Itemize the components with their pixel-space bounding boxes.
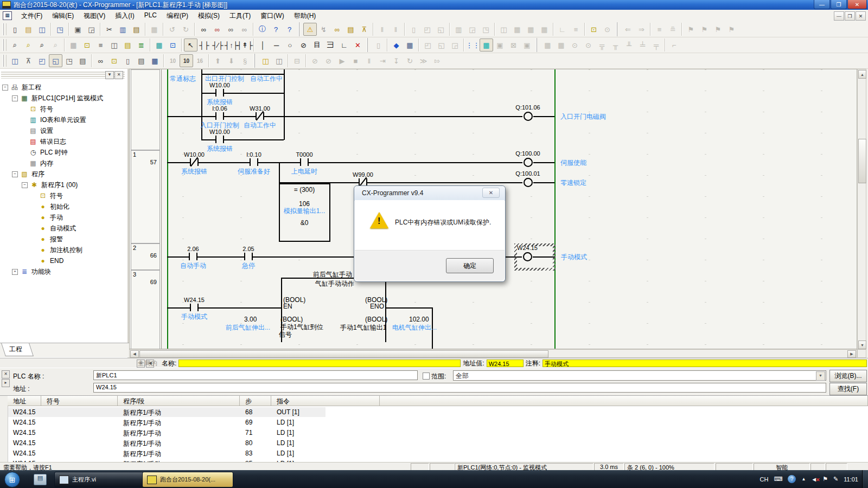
- coil-W24.15[interactable]: [522, 251, 533, 262]
- compile-plc-icon[interactable]: ↯: [317, 23, 330, 36]
- scroll-up-icon[interactable]: ▲: [858, 70, 866, 79]
- ladder-vscrollbar[interactable]: ▲ ▼: [857, 69, 866, 349]
- coil-Q:101.06[interactable]: [522, 111, 533, 121]
- ladder-hscrollbar[interactable]: ◀ ▶: [129, 349, 857, 358]
- download-icon[interactable]: ◆: [390, 38, 403, 52]
- menu-5[interactable]: PLC: [139, 10, 162, 22]
- table-cell[interactable]: LD [1]: [271, 448, 380, 459]
- tree-item-新程序1 (00)[interactable]: −✱新程序1 (00): [2, 179, 127, 190]
- tree-item-错误日志[interactable]: ▤错误日志: [2, 136, 127, 147]
- contact-2.05[interactable]: [244, 252, 253, 261]
- project-tab[interactable]: 工程: [1, 343, 34, 356]
- fb-parameter-icon[interactable]: ∟: [337, 38, 351, 52]
- menu-6[interactable]: 编程(P): [162, 10, 193, 22]
- explorer-taskbar-icon[interactable]: ▤: [34, 474, 47, 485]
- tree-item-新工程[interactable]: −品新工程: [2, 82, 127, 93]
- help-icon[interactable]: ?: [269, 23, 283, 36]
- compile-program-icon[interactable]: ⚠: [303, 23, 317, 36]
- table-cell[interactable]: LD [1]: [271, 418, 380, 428]
- collapse-icon[interactable]: −: [22, 182, 28, 188]
- instruction-box-icon[interactable]: 目: [310, 38, 324, 52]
- open-file-icon[interactable]: ▤: [22, 23, 35, 36]
- finder-close-icon[interactable]: ✕: [2, 370, 10, 378]
- clock[interactable]: 11:01: [844, 476, 858, 483]
- toolbar-grip[interactable]: [3, 39, 7, 51]
- tree-item-符号[interactable]: ⊡符号: [2, 190, 127, 201]
- window-hammer-icon[interactable]: ⊼: [22, 54, 35, 67]
- copy-icon[interactable]: ▥: [116, 23, 130, 36]
- tree-item-IO表和单元设置[interactable]: ▥IO表和单元设置: [2, 114, 127, 125]
- tree-item-内存[interactable]: ▦内存: [2, 158, 127, 169]
- contact-W24.15[interactable]: [190, 303, 199, 312]
- plc-name-input[interactable]: 新PLC1: [93, 370, 418, 380]
- paste-icon[interactable]: ▤: [130, 23, 143, 36]
- contact-W10.00[interactable]: [215, 135, 224, 144]
- calendar-icon[interactable]: ▦: [403, 38, 417, 52]
- table-cell[interactable]: 71: [240, 428, 271, 438]
- save-icon[interactable]: ◫: [35, 23, 49, 36]
- tree-item-符号[interactable]: ⊡符号: [2, 104, 127, 114]
- minimize-button[interactable]: —: [814, 0, 830, 9]
- monitor-doc-icon[interactable]: ▯: [121, 54, 135, 67]
- contact-no-icon[interactable]: ┤├: [197, 38, 211, 52]
- table-cell[interactable]: W24.15: [8, 448, 41, 459]
- menu-1[interactable]: 文件(F): [16, 10, 47, 22]
- tree-item-报警[interactable]: ●报警: [2, 234, 127, 245]
- table-cell[interactable]: W24.15: [8, 428, 41, 438]
- ok-button[interactable]: 确定: [446, 258, 494, 273]
- new-file-icon[interactable]: ▯: [8, 23, 22, 36]
- find-icon[interactable]: ∞: [197, 23, 210, 36]
- tree-drop-button[interactable]: ▼: [105, 71, 114, 79]
- contact-W31.00[interactable]: [256, 112, 264, 120]
- column-header-符号[interactable]: 符号: [41, 396, 118, 406]
- toolbar-grip[interactable]: [3, 23, 7, 35]
- tree-item-新PLC1[CP1H] 监视模式[interactable]: −▦新PLC1[CP1H] 监视模式: [2, 93, 127, 104]
- rung-wrap-icon[interactable]: ▤: [121, 38, 135, 52]
- find-bin-icon[interactable]: ∞: [94, 54, 107, 67]
- mdi-minimize-button[interactable]: —: [834, 11, 844, 21]
- column-header-程序/段[interactable]: 程序/段: [118, 396, 240, 406]
- horizontal-line-icon[interactable]: ─: [270, 38, 283, 52]
- cut-icon[interactable]: ✂: [103, 23, 116, 36]
- tree-close-button[interactable]: ✕: [114, 71, 123, 79]
- taskbar-button-1[interactable]: 主程序.vi: [54, 472, 145, 487]
- table-cell[interactable]: OUT [1]: [271, 407, 380, 418]
- address-input[interactable]: W24.15: [93, 383, 826, 393]
- title-bar[interactable]: 跑合台2015-08-20(改) - CX-Programmer - [新PLC…: [0, 0, 868, 10]
- menu-10[interactable]: 帮助(H): [289, 10, 321, 22]
- rung-comment-edit-icon[interactable]: ⊡: [80, 38, 94, 52]
- select-mode-icon[interactable]: ↖: [184, 38, 197, 52]
- table-cell[interactable]: 新程序1/手动: [118, 407, 240, 418]
- save-project-icon[interactable]: ◳: [53, 23, 67, 36]
- table-cell[interactable]: W24.15: [8, 438, 41, 448]
- monitor-box-icon[interactable]: ◫: [107, 38, 121, 52]
- grid-icon[interactable]: ▦: [67, 38, 80, 52]
- contact-2.06[interactable]: [189, 252, 197, 261]
- table-cell[interactable]: 新程序1/手动: [118, 448, 240, 459]
- coil-Q:100.00[interactable]: [522, 157, 533, 168]
- table-cell[interactable]: LD [1]: [271, 428, 380, 438]
- scroll-right-icon[interactable]: ▶: [847, 350, 856, 358]
- vertical-line-icon[interactable]: │: [256, 38, 270, 52]
- tray-language[interactable]: CH: [760, 476, 769, 483]
- watch-name-input[interactable]: [178, 359, 461, 367]
- mdi-restore-button[interactable]: ❐: [845, 11, 855, 21]
- menu-2[interactable]: 编辑(E): [47, 10, 79, 22]
- table-cell[interactable]: W24.15: [8, 418, 41, 428]
- contact-W10.00[interactable]: [215, 88, 224, 97]
- find-symbol-icon[interactable]: ∞: [224, 23, 238, 36]
- scope-select[interactable]: 全部 ▼: [453, 370, 826, 381]
- keyboard-icon[interactable]: ⌨: [774, 476, 782, 483]
- transfer-warn-icon[interactable]: ▤: [344, 23, 358, 36]
- rung-list-icon[interactable]: ≡: [94, 38, 107, 52]
- watch-address-value[interactable]: W24.15: [487, 359, 524, 367]
- menu-4[interactable]: 插入(I): [110, 10, 139, 22]
- print-preview-icon[interactable]: ◲: [85, 23, 98, 36]
- collapse-icon[interactable]: −: [2, 85, 8, 91]
- auto-online-icon[interactable]: ◫: [272, 54, 286, 67]
- network-flag-icon[interactable]: ⚑: [822, 476, 828, 483]
- tree-view-icon[interactable]: ≣: [135, 38, 148, 52]
- contact-nc-icon[interactable]: ┤∕├: [211, 38, 225, 52]
- dialog-title-bar[interactable]: CX-Programmer v9.4 ✕: [354, 186, 505, 201]
- window-prop-icon[interactable]: ▤: [76, 54, 90, 67]
